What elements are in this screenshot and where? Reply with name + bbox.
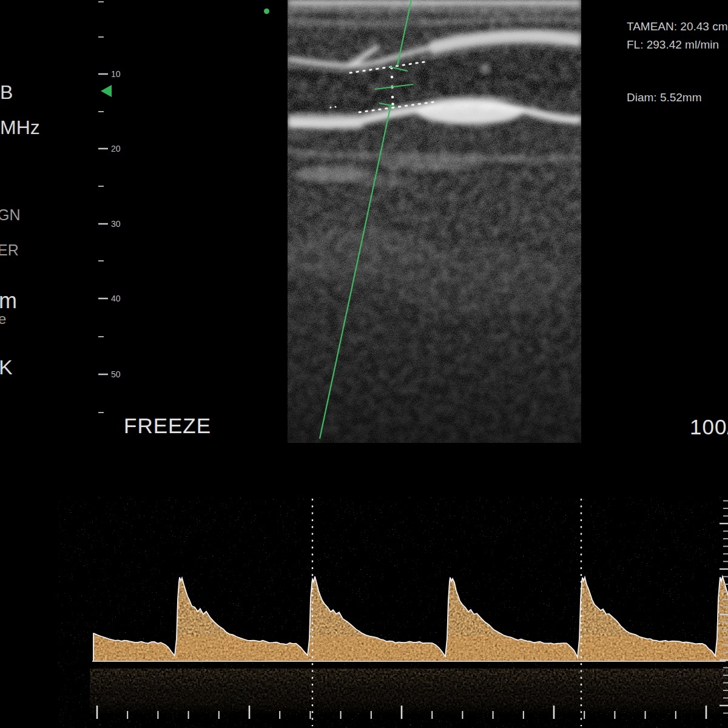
ruler-major-ticks	[98, 74, 108, 374]
depth-ruler: 10 20 30 40 50	[92, 0, 135, 425]
tamean-readout: TAMEAN: 20.43 cm	[627, 20, 727, 33]
svg-text:10: 10	[111, 69, 121, 79]
diameter-readout: Diam: 5.52mm	[627, 91, 702, 104]
focus-marker-icon[interactable]	[100, 84, 112, 98]
left-label-e: e	[0, 312, 6, 326]
freeze-status: FREEZE	[124, 415, 211, 436]
left-label-mhz: MHz	[0, 118, 40, 137]
left-label-b: B	[0, 83, 13, 102]
svg-text:20: 20	[111, 144, 121, 153]
active-indicator-dot-icon	[264, 8, 269, 14]
svg-text:50: 50	[111, 369, 121, 379]
svg-text:40: 40	[111, 294, 121, 303]
ruler-minor-ticks	[98, 2, 104, 413]
ultrasound-screen: B MHz GN ER m e K 10 20 30 40 50	[0, 0, 728, 728]
left-label-er: ER	[0, 243, 19, 258]
left-label-k: K	[0, 357, 13, 377]
ruler-labels: 10 20 30 40 50	[111, 69, 121, 379]
scale-right-value: 100/	[690, 416, 728, 437]
mirror-artifact-band	[91, 669, 728, 713]
spectral-doppler-display	[0, 497, 728, 728]
left-label-m: m	[0, 290, 17, 312]
svg-text:30: 30	[111, 219, 121, 229]
bmode-image	[288, 0, 581, 443]
flow-readout: FL: 293.42 ml/min	[627, 38, 719, 52]
left-label-gn: GN	[0, 207, 21, 223]
